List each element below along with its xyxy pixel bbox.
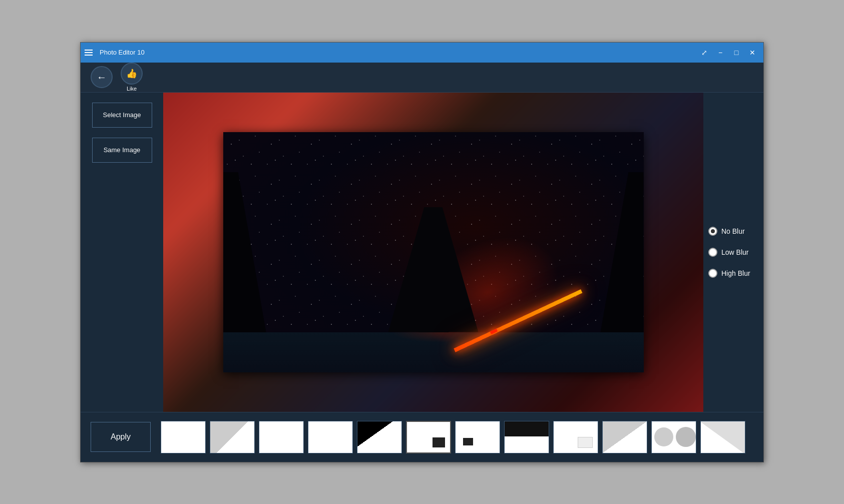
app-window: Photo Editor 10 ⤢ − □ ✕ ← 👍 Like Select … xyxy=(80,42,764,462)
body xyxy=(418,242,449,332)
main-content: Select Image Same Image xyxy=(81,93,763,412)
figure xyxy=(383,172,484,332)
back-button[interactable]: ← xyxy=(91,66,113,88)
thumbnail-6[interactable] xyxy=(406,421,451,453)
close-button[interactable]: ✕ xyxy=(745,46,759,60)
app-title: Photo Editor 10 xyxy=(100,49,697,56)
select-image-button[interactable]: Select Image xyxy=(92,103,152,128)
high-blur-label: High Blur xyxy=(721,269,750,277)
thumbnail-7[interactable] xyxy=(455,421,500,453)
thumbnail-1[interactable] xyxy=(161,421,206,453)
apply-button[interactable]: Apply xyxy=(91,422,151,452)
thumbnail-3[interactable] xyxy=(259,421,304,453)
maximize-button[interactable]: □ xyxy=(729,46,743,60)
resize-button[interactable]: ⤢ xyxy=(697,46,711,60)
thumbnail-4[interactable] xyxy=(308,421,353,453)
no-blur-radio[interactable] xyxy=(708,227,717,236)
canvas-area xyxy=(163,93,703,412)
thumbnail-strip xyxy=(161,421,753,453)
no-blur-label: No Blur xyxy=(721,227,745,235)
scene-background xyxy=(223,132,644,372)
high-blur-option[interactable]: High Blur xyxy=(708,269,750,278)
minimize-button[interactable]: − xyxy=(713,46,727,60)
thumbnail-10[interactable] xyxy=(602,421,647,453)
like-button[interactable]: 👍 xyxy=(121,63,143,85)
high-blur-radio[interactable] xyxy=(708,269,717,278)
sidebar: Select Image Same Image xyxy=(81,93,163,412)
bottom-bar: Apply xyxy=(81,412,763,462)
window-controls: ⤢ − □ ✕ xyxy=(697,46,759,60)
no-blur-option[interactable]: No Blur xyxy=(708,227,745,236)
thumbnail-8[interactable] xyxy=(504,421,549,453)
titlebar: Photo Editor 10 ⤢ − □ ✕ xyxy=(81,43,763,63)
hamburger-menu-icon[interactable] xyxy=(85,48,95,58)
like-container: 👍 Like xyxy=(121,63,143,92)
thumbnail-11[interactable] xyxy=(651,421,696,453)
low-blur-radio[interactable] xyxy=(708,248,717,257)
thumbnail-2[interactable] xyxy=(210,421,255,453)
low-blur-label: Low Blur xyxy=(721,248,748,256)
like-label: Like xyxy=(127,86,137,92)
blur-options-panel: No Blur Low Blur High Blur xyxy=(703,93,763,412)
main-image[interactable] xyxy=(223,132,644,372)
toolbar: ← 👍 Like xyxy=(81,63,763,93)
thumbnail-9[interactable] xyxy=(553,421,598,453)
same-image-button[interactable]: Same Image xyxy=(92,138,152,163)
low-blur-option[interactable]: Low Blur xyxy=(708,248,748,257)
thumbnail-12[interactable] xyxy=(700,421,745,453)
thumbnail-5[interactable] xyxy=(357,421,402,453)
